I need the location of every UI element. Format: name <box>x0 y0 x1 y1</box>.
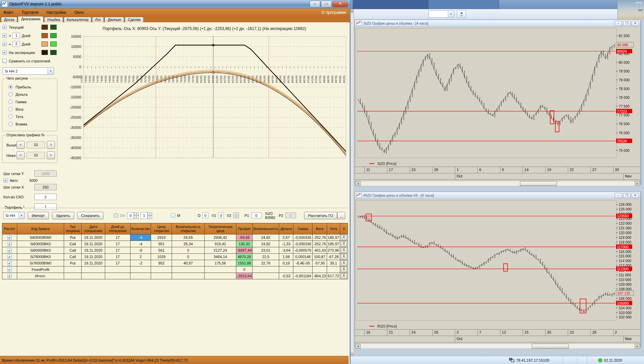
restore-button[interactable]: ❐ <box>623 193 631 198</box>
draw-option-row[interactable]: Вега <box>8 107 55 111</box>
delete-row-button[interactable]: X <box>341 254 347 259</box>
siz0-window-titlebar[interactable]: SiZ0 График цены и объёма - [4 часа] – ❐… <box>355 20 640 27</box>
tab-item[interactable]: Лог <box>92 17 104 23</box>
minimize-button[interactable]: – <box>615 193 622 198</box>
line-color-swatch[interactable] <box>41 41 48 47</box>
days-offset-input[interactable]: 1 <box>12 33 20 38</box>
radio-icon[interactable] <box>8 85 13 89</box>
delete-row-button[interactable]: X <box>341 260 347 266</box>
row-checkbox-cell[interactable]: ✔ <box>2 273 17 279</box>
menu-item[interactable]: Окно <box>75 10 84 15</box>
dh-spinner-2[interactable]: 1 ▲▼ <box>141 212 152 219</box>
row-checkbox[interactable]: ✔ <box>7 248 12 253</box>
menu-item[interactable]: Торговля <box>22 10 38 15</box>
line-color-swatch-2[interactable] <box>50 25 57 30</box>
close-button[interactable]: ✕ <box>632 193 639 198</box>
radio-icon[interactable] <box>8 122 13 126</box>
tab-item[interactable]: Доска <box>1 17 17 23</box>
p1-field[interactable]: 0 <box>251 213 262 218</box>
restore-button[interactable]: ❐ <box>623 21 631 26</box>
riz0-window-titlebar[interactable]: RIZ0 График цены и объёма #8 - [4 часа] … <box>355 192 640 199</box>
spin-down-icon[interactable]: ▼ <box>147 216 152 219</box>
spin-up-icon[interactable]: ▲ <box>147 212 152 216</box>
scroll-thumb[interactable] <box>520 181 557 186</box>
symbol-combobox[interactable]: ▼ <box>429 10 454 18</box>
chevron-down-icon[interactable]: ▼ <box>448 11 454 17</box>
workspace-vertical-scrollbar[interactable]: ▲ ▼ <box>351 9 354 356</box>
row-checkbox[interactable]: ✔ <box>7 235 12 240</box>
line-color-swatch-2[interactable] <box>50 41 57 47</box>
delete-button[interactable]: Удалить <box>52 212 74 219</box>
draw-option-row[interactable]: Тета <box>8 114 55 119</box>
portfolio-combobox[interactable]: Si НН ▼ <box>3 212 25 219</box>
siz0-horizontal-scrollbar[interactable]: ◄► <box>355 181 640 186</box>
row-checkbox[interactable]: ✔ <box>7 268 12 272</box>
decrement-button[interactable]: < <box>17 141 25 149</box>
line-color-swatch-2[interactable] <box>50 50 57 55</box>
scroll-right-icon[interactable]: ► <box>635 181 640 186</box>
draw-option-row[interactable]: Прибыль <box>8 85 55 89</box>
minimize-button[interactable]: – <box>615 21 622 26</box>
row-checkbox[interactable]: ✔ <box>7 261 12 265</box>
riz0-horizontal-scrollbar[interactable]: ◄► <box>355 343 640 349</box>
grid-step-x-input[interactable]: 250 <box>34 184 57 190</box>
compare-strategy-row[interactable]: Сравнить со стратегией <box>0 57 60 65</box>
scroll-left-icon[interactable]: ◄ <box>355 344 361 348</box>
line-color-swatch[interactable] <box>41 25 48 30</box>
line-color-swatch-2[interactable] <box>50 33 57 38</box>
tab-active[interactable]: Диаграмма <box>18 16 43 23</box>
p2-field[interactable]: 0 <box>285 213 296 218</box>
close-button[interactable]: ✕ <box>632 21 639 26</box>
increment-button[interactable]: > <box>47 141 55 149</box>
menu-item[interactable]: Файл <box>3 10 13 15</box>
line-color-swatch[interactable] <box>41 33 48 38</box>
row-checkbox[interactable]: ✔ <box>7 255 12 259</box>
range-value[interactable]: 10 <box>27 152 45 159</box>
decrement-button[interactable]: < <box>17 151 25 159</box>
close-button[interactable]: ✕ <box>332 1 348 7</box>
scroll-thumb[interactable] <box>532 344 569 348</box>
chevron-down-icon[interactable]: ▼ <box>18 212 24 219</box>
row-checkbox[interactable]: ✔ <box>7 274 12 278</box>
m-checkbox[interactable] <box>171 213 175 218</box>
dh-spinner-1[interactable]: 0 ▲▼ <box>127 212 139 219</box>
collapse-button[interactable]: _ <box>337 212 345 219</box>
row-checkbox-cell[interactable]: ✔ <box>2 267 17 273</box>
minimize-button[interactable]: – <box>310 1 320 7</box>
delete-row-button[interactable]: X <box>341 235 347 240</box>
spinner-value[interactable]: 1 <box>141 212 147 219</box>
save-button[interactable]: Сохранить <box>77 212 104 219</box>
layer-checkbox[interactable]: ✔ <box>2 33 7 38</box>
radio-icon[interactable] <box>8 107 13 111</box>
radio-icon[interactable] <box>8 100 13 104</box>
calc-go-button[interactable]: Рассчитать ГО <box>304 212 337 219</box>
spin-down-icon[interactable]: ▼ <box>134 216 139 219</box>
delete-row-button[interactable]: X <box>341 248 347 253</box>
d-field[interactable]: 0 <box>202 213 208 218</box>
radio-icon[interactable] <box>8 114 13 119</box>
spinner-value[interactable]: 0 <box>127 212 134 219</box>
days-offset-input[interactable]: 2 <box>12 41 20 47</box>
line-color-swatch[interactable] <box>41 50 48 55</box>
draw-option-row[interactable]: Гамма <box>8 100 55 104</box>
chevron-down-icon[interactable]: ▼ <box>48 68 54 74</box>
compare-checkbox[interactable] <box>2 59 7 63</box>
row-checkbox-cell[interactable]: ✔ <box>2 254 17 260</box>
maximize-button[interactable]: □ <box>321 1 332 7</box>
sko-count-input[interactable]: 2 <box>34 194 57 200</box>
draw-option-row[interactable]: Вомма <box>8 122 55 126</box>
tab-item[interactable]: Данные <box>105 17 124 23</box>
layer-checkbox[interactable]: ✔ <box>2 50 7 55</box>
row-checkbox-cell[interactable]: ✔ <box>2 234 17 241</box>
row-checkbox-cell[interactable]: ✔ <box>2 260 17 267</box>
auto-checkbox[interactable]: ✔ <box>3 178 8 183</box>
grid-step-y-input[interactable]: 1000 <box>34 170 57 177</box>
radio-icon[interactable] <box>8 92 13 96</box>
scroll-right-icon[interactable]: ► <box>635 344 640 348</box>
delete-row-button[interactable]: X <box>341 241 347 247</box>
scroll-up-icon[interactable]: ▲ <box>351 9 353 13</box>
layer-checkbox[interactable]: ✔ <box>2 25 7 29</box>
dh-checkbox[interactable] <box>114 213 118 218</box>
tab-item[interactable]: Улыбка <box>44 17 63 23</box>
row-checkbox-cell[interactable]: ✔ <box>2 241 17 247</box>
